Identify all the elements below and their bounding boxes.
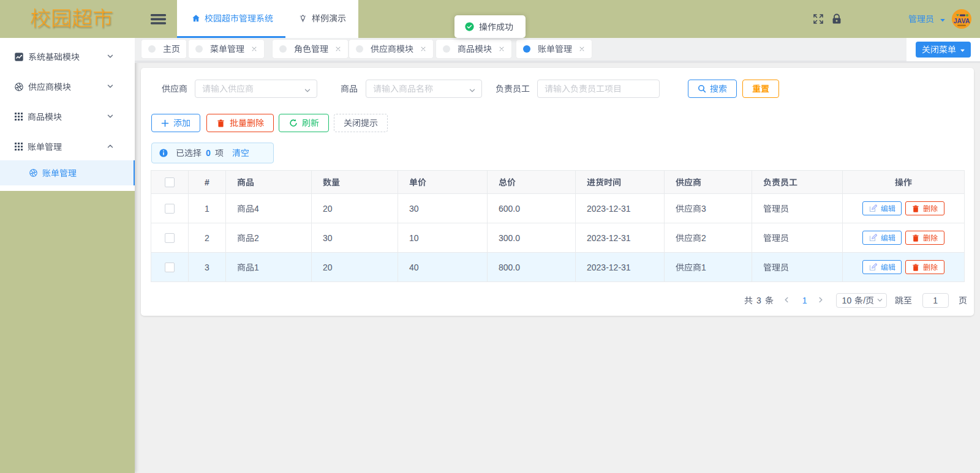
- svg-text:JAVA: JAVA: [954, 17, 970, 24]
